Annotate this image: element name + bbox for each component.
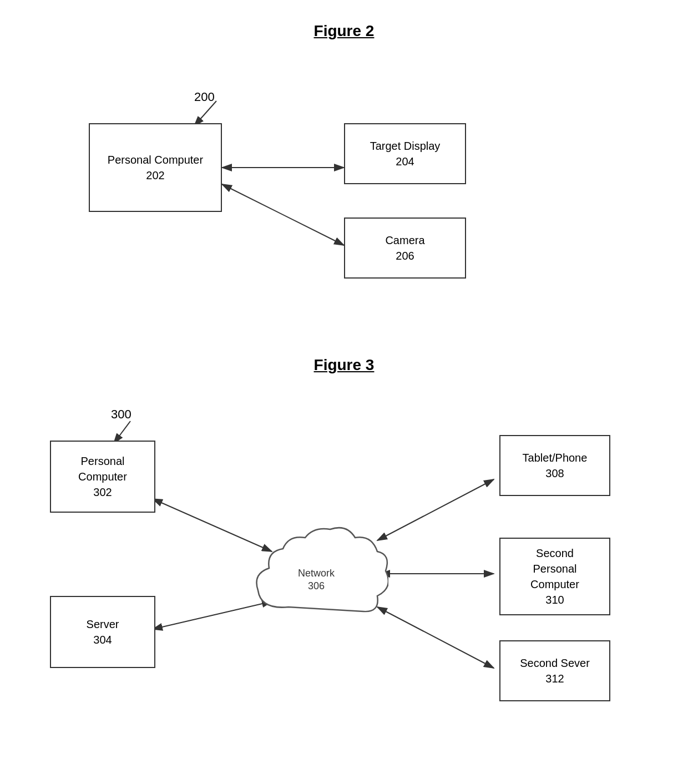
svg-line-12 bbox=[377, 607, 494, 668]
spc310-box: SecondPersonalComputer310 bbox=[499, 538, 610, 615]
figure2-title: Figure 2 bbox=[33, 22, 655, 40]
pc202-label: Personal Computer202 bbox=[108, 152, 203, 183]
svg-text:306: 306 bbox=[308, 580, 325, 591]
srv304-label: Server304 bbox=[87, 616, 119, 648]
svg-text:Network: Network bbox=[298, 568, 335, 579]
pc302-label: Personal Computer302 bbox=[57, 453, 149, 500]
figure2-diagram: 200 Personal Computer202 bbox=[33, 57, 655, 323]
network306-cloud: Network 306 bbox=[244, 518, 388, 629]
ss312-box: Second Sever312 bbox=[499, 640, 610, 701]
tp308-box: Tablet/Phone308 bbox=[499, 435, 610, 496]
figure3-title: Figure 3 bbox=[33, 356, 655, 374]
svg-line-2 bbox=[194, 101, 216, 126]
page: Figure 2 200 Personal Com bbox=[0, 0, 688, 784]
svg-line-7 bbox=[114, 421, 130, 443]
svg-line-10 bbox=[377, 479, 494, 540]
td204-label: Target Display204 bbox=[370, 138, 441, 169]
td204-box: Target Display204 bbox=[344, 123, 466, 184]
pc202-box: Personal Computer202 bbox=[89, 123, 222, 212]
figure3-diagram: 300 P bbox=[33, 391, 655, 768]
ref-200: 200 bbox=[194, 90, 215, 104]
ss312-label: Second Sever312 bbox=[520, 655, 590, 686]
srv304-box: Server304 bbox=[50, 596, 155, 668]
cam206-box: Camera206 bbox=[344, 218, 466, 279]
svg-line-4 bbox=[222, 184, 344, 245]
spc310-label: SecondPersonalComputer310 bbox=[530, 545, 579, 608]
cam206-label: Camera206 bbox=[385, 232, 424, 264]
pc302-box: Personal Computer302 bbox=[50, 441, 155, 513]
tp308-label: Tablet/Phone308 bbox=[523, 450, 588, 481]
ref-300: 300 bbox=[111, 407, 131, 422]
